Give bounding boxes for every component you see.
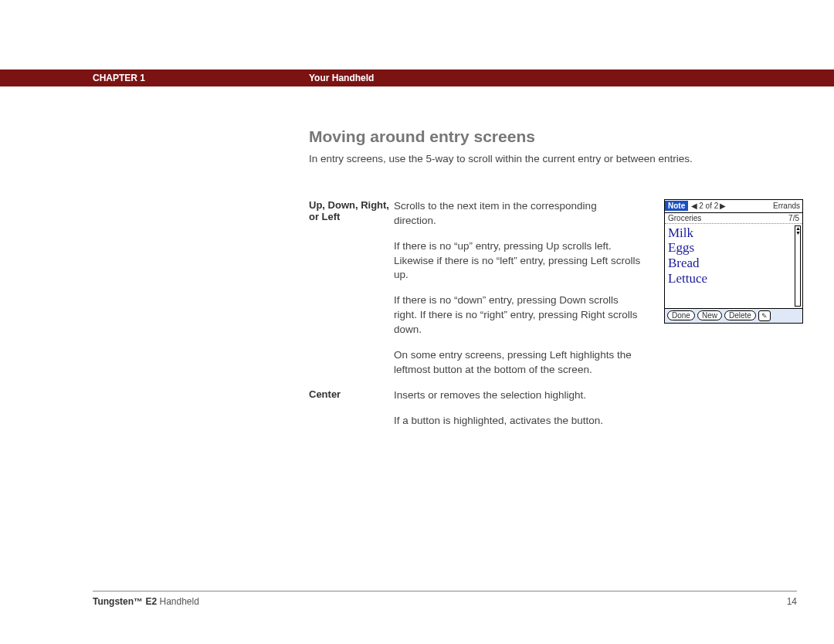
record-counter: 2 of 2 [699,202,718,210]
device-toolbar: Done New Delete ✎ [665,308,802,323]
chapter-header: CHAPTER 1 Your Handheld [0,69,834,86]
device-screenshot: Note ◀ 2 of 2 ▶ Errands Groceries 7/5 Mi… [664,199,803,324]
page-number: 14 [787,596,797,607]
record-nav: ◀ 2 of 2 ▶ [691,202,726,210]
row-para: On some entry screens, pressing Left hig… [394,348,641,378]
row-para: If there is no “down” entry, pressing Do… [394,293,641,337]
table-row: Up, Down, Right, or Left Scrolls to the … [309,199,641,388]
pen-icon[interactable]: ✎ [758,310,771,321]
scroll-down-icon[interactable]: ▼ [795,231,800,236]
row-para: Scrolls to the next item in the correspo… [394,199,641,229]
note-date: 7/5 [788,214,799,222]
row-para: If a button is highlighted, activates th… [394,414,641,429]
note-header: Groceries 7/5 [665,213,802,224]
nav-table: Up, Down, Right, or Left Scrolls to the … [309,199,641,439]
done-button[interactable]: Done [667,310,695,320]
note-body[interactable]: Milk Eggs Bread Lettuce ▲ ▼ [665,224,802,308]
row-desc: Inserts or removes the selection highlig… [394,388,641,439]
note-line: Lettuce [668,271,799,286]
note-title: Groceries [668,214,701,222]
prev-arrow-icon[interactable]: ◀ [691,202,697,210]
page-footer: Tungsten™ E2 Handheld 14 [93,591,797,607]
note-line: Bread [668,256,799,271]
row-desc: Scrolls to the next item in the correspo… [394,199,641,388]
delete-button[interactable]: Delete [724,310,756,320]
row-label: Up, Down, Right, or Left [309,199,394,388]
product-rest: Handheld [157,596,199,607]
row-para: If there is no “up” entry, pressing Up s… [394,239,641,283]
product-name: Tungsten™ E2 Handheld [93,596,199,607]
category-selector[interactable]: Errands [773,202,802,210]
device-titlebar: Note ◀ 2 of 2 ▶ Errands [665,200,802,213]
scrollbar[interactable]: ▲ ▼ [795,225,801,307]
app-name: Note [665,201,688,211]
row-para: Inserts or removes the selection highlig… [394,388,641,403]
table-row: Center Inserts or removes the selection … [309,388,641,439]
next-arrow-icon[interactable]: ▶ [720,202,726,210]
note-line: Eggs [668,240,799,256]
row-label: Center [309,388,394,439]
main-content: Moving around entry screens In entry scr… [309,127,803,439]
new-button[interactable]: New [697,310,722,320]
intro-text: In entry screens, use the 5-way to scrol… [309,152,803,167]
section-label: Your Handheld [309,73,374,83]
chapter-label: CHAPTER 1 [93,73,309,83]
product-bold: Tungsten™ E2 [93,596,157,607]
note-line: Milk [668,225,799,241]
section-title: Moving around entry screens [309,127,803,146]
